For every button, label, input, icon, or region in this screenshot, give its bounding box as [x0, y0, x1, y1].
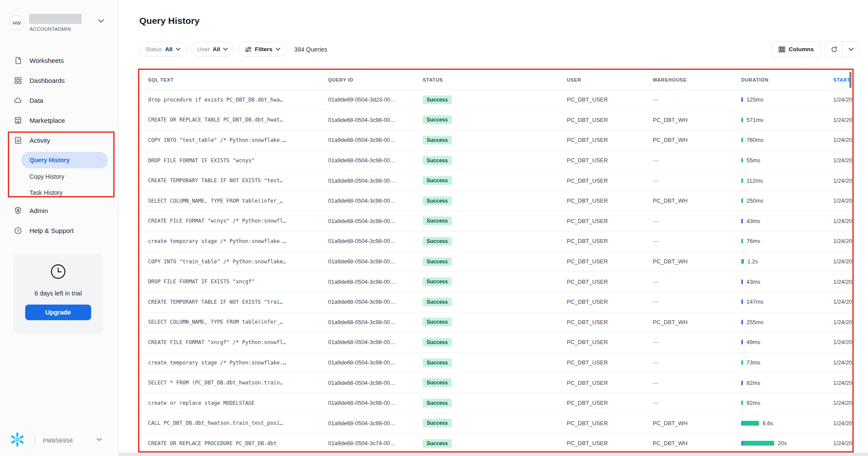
cell-sql-text: SELECT COLUMN_NAME, TYPE FROM table(infe…: [139, 319, 328, 325]
sidebar-item-data[interactable]: Data: [0, 90, 118, 110]
table-row[interactable]: CREATE OR REPLACE PROCEDURE PC_DBT_DB.db…: [139, 433, 852, 453]
status-badge: Success: [423, 298, 452, 306]
cell-duration: 112ms: [741, 177, 833, 184]
cell-start-time: 1/24/20: [833, 137, 852, 143]
upgrade-button[interactable]: Upgrade: [25, 305, 91, 320]
sidebar-subitem-label: Query History: [30, 157, 70, 164]
status-filter[interactable]: Status All: [139, 42, 187, 57]
sidebar-item-worksheets[interactable]: Worksheets: [0, 50, 118, 70]
cell-user: PC_DBT_USER: [567, 96, 653, 103]
cell-duration: 125ms: [741, 96, 833, 103]
duration-bar: [741, 421, 759, 426]
duration-bar: [741, 340, 743, 344]
column-header-user[interactable]: USER: [567, 77, 653, 82]
cell-duration: 92ms: [741, 400, 833, 406]
table-row[interactable]: create or replace stage MODELSTAGE01a9de…: [139, 393, 852, 413]
chevron-down-icon: [176, 48, 181, 51]
table-controls: Columns: [772, 41, 860, 57]
sidebar-item-dashboards[interactable]: Dashboards: [0, 70, 118, 90]
cell-duration: 6.6s: [741, 420, 833, 426]
cell-user: PC_DBT_USER: [567, 380, 653, 386]
duration-text: 1.2s: [747, 258, 758, 265]
cell-warehouse: PC_DBT_WH: [653, 258, 741, 265]
table-row[interactable]: COPY INTO "test_table" /* Python:snowfla…: [139, 130, 852, 151]
vertical-scrollbar-thumb[interactable]: [849, 72, 852, 88]
cell-start-time: 1/24/20: [833, 440, 852, 446]
table-row[interactable]: SELECT COLUMN_NAME, TYPE FROM table(infe…: [139, 312, 852, 333]
column-header-sql-text[interactable]: SQL TEXT: [139, 77, 328, 82]
sidebar-subitem-task-history[interactable]: Task History: [21, 184, 108, 200]
table-row[interactable]: DROP FILE FORMAT IF EXISTS "xncgf"01a9de…: [139, 272, 852, 292]
cell-sql-text: create temporary stage /* Python:snowfla…: [139, 360, 328, 366]
chevron-down-icon: [276, 48, 280, 51]
table-row[interactable]: DROP FILE FORMAT IF EXISTS "wcnys"01a9de…: [139, 151, 852, 171]
user-filter-value: All: [213, 46, 220, 52]
duration-text: 255ms: [746, 319, 763, 325]
horizontal-scrollbar-track[interactable]: [119, 453, 868, 456]
table-row[interactable]: CREATE OR REPLACE TABLE PC_DBT_DB.dbt_hw…: [139, 110, 852, 131]
column-header-duration[interactable]: DURATION: [741, 77, 833, 82]
cell-duration: 250ms: [741, 197, 833, 204]
sidebar-footer[interactable]: PMB56956: [0, 426, 118, 456]
cell-warehouse: —: [653, 218, 741, 224]
table-row[interactable]: CREATE FILE FORMAT "wcnys" /* Python:sno…: [139, 211, 852, 232]
cell-start-time: 1/24/20: [833, 197, 852, 204]
filters-label: Filters: [255, 46, 273, 52]
status-badge: Success: [423, 95, 452, 104]
sidebar-item-activity[interactable]: Activity: [0, 130, 118, 150]
cell-user: PC_DBT_USER: [567, 117, 653, 123]
column-header-warehouse[interactable]: WAREHOUSE: [653, 77, 741, 82]
user-filter[interactable]: User All: [191, 42, 235, 57]
chevron-down-icon[interactable]: [96, 438, 102, 441]
duration-text: 112ms: [746, 177, 763, 184]
cell-duration: 20s: [741, 440, 833, 446]
table-row[interactable]: CREATE TEMPORARY TABLE IF NOT EXISTS "te…: [139, 171, 852, 191]
table-row[interactable]: SELECT COLUMN_NAME, TYPE FROM table(infe…: [139, 191, 852, 211]
columns-button[interactable]: Columns: [772, 41, 821, 57]
account-switcher[interactable]: HW ACCOUNTADMIN: [0, 0, 118, 42]
duration-bar: [741, 138, 743, 142]
cell-sql-text: DROP FILE FORMAT IF EXISTS "wcnys": [139, 157, 328, 164]
cell-status: Success: [423, 136, 567, 144]
marketplace-icon: [13, 116, 22, 125]
status-badge: Success: [423, 156, 452, 165]
svg-text:?: ?: [16, 228, 19, 233]
column-header-status[interactable]: STATUS: [423, 77, 567, 82]
sidebar-subitem-copy-history[interactable]: Copy History: [21, 168, 108, 184]
cell-warehouse: —: [653, 359, 741, 366]
duration-text: 43ms: [746, 218, 760, 224]
cell-user: PC_DBT_USER: [567, 359, 653, 366]
query-count: 384 Queries: [294, 46, 327, 53]
sidebar-item-help-support[interactable]: ?Help & Support: [0, 220, 118, 240]
cell-sql-text: drop procedure if exists PC_DBT_DB.dbt_h…: [139, 97, 328, 103]
account-name-redacted: [29, 14, 82, 24]
chevron-down-icon: [848, 48, 854, 51]
cell-user: PC_DBT_USER: [567, 137, 653, 143]
table-row[interactable]: create temporary stage /* Python:snowfla…: [139, 353, 852, 373]
cell-user: PC_DBT_USER: [567, 420, 653, 426]
sidebar-subitem-query-history[interactable]: Query History: [21, 152, 108, 168]
cell-sql-text: DROP FILE FORMAT IF EXISTS "xncgf": [139, 279, 328, 285]
cell-query-id: 01a9de68-0504-3c98-00…: [328, 218, 423, 224]
cell-user: PC_DBT_USER: [567, 339, 653, 345]
column-header-query-id[interactable]: QUERY ID: [328, 77, 423, 82]
filters-dropdown[interactable]: Filters: [238, 42, 287, 57]
trial-card: 6 days left in trial Upgrade: [13, 254, 103, 334]
table-row[interactable]: SELECT * FROM (PC_DBT_DB.dbt_hwatson.tra…: [139, 373, 852, 393]
table-row[interactable]: CREATE TEMPORARY TABLE IF NOT EXISTS "tr…: [139, 292, 852, 312]
table-row[interactable]: CREATE FILE FORMAT "xncgf" /* Python:sno…: [139, 332, 852, 353]
cell-warehouse: PC_DBT_WH: [653, 117, 741, 123]
table-row[interactable]: CALL PC_DBT_DB.dbt_hwatson.train_test_po…: [139, 413, 852, 434]
refresh-button[interactable]: [825, 42, 842, 57]
status-badge: Success: [423, 136, 452, 144]
cell-duration: 76ms: [741, 238, 833, 244]
sidebar-item-admin[interactable]: Admin: [0, 200, 118, 220]
sidebar-item-marketplace[interactable]: Marketplace: [0, 110, 118, 130]
cell-query-id: 01a9de68-0504-3c74-00…: [328, 440, 423, 446]
refresh-options-button[interactable]: [842, 42, 859, 57]
cell-query-id: 01a9de68-0504-3c98-00…: [328, 177, 423, 184]
table-row[interactable]: COPY INTO "train_table" /* Python:snowfl…: [139, 252, 852, 272]
cell-sql-text: CREATE OR REPLACE PROCEDURE PC_DBT_DB.db…: [139, 440, 328, 446]
table-row[interactable]: drop procedure if exists PC_DBT_DB.dbt_h…: [139, 90, 852, 110]
table-row[interactable]: create temporary stage /* Python:snowfla…: [139, 231, 852, 252]
